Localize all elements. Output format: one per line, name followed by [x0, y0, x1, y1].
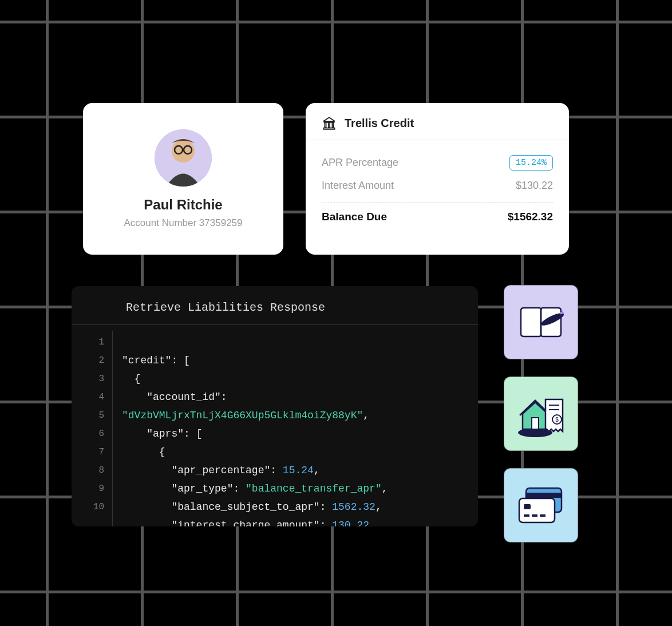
line-number: 9: [72, 480, 104, 498]
svg-rect-15: [526, 493, 562, 498]
svg-rect-20: [540, 514, 545, 517]
credit-header: Trellis Credit: [306, 103, 569, 140]
line-numbers: 1 2 3 4 5 6 7 8 9 10: [72, 331, 113, 526]
line-number: 7: [72, 443, 104, 461]
house-receipt-icon: $: [512, 388, 570, 439]
interest-value: $130.22: [516, 180, 553, 192]
line-number: 2: [72, 351, 104, 370]
code-line: "balance_subject_to_apr": 1562.32,: [122, 501, 382, 513]
interest-row: Interest Amount $130.22: [322, 175, 553, 196]
tile-house-receipt: $: [504, 377, 578, 451]
line-number: 3: [72, 370, 104, 388]
svg-rect-16: [519, 498, 555, 522]
code-line: "apr_type": "balance_transfer_apr",: [122, 483, 388, 494]
line-number: 5: [72, 406, 104, 425]
code-response-card: Retrieve Liabilities Response 1 2 3 4 5 …: [72, 286, 478, 526]
line-number: 6: [72, 425, 104, 443]
line-number: 8: [72, 461, 104, 480]
profile-account: Account Number 37359259: [124, 217, 243, 229]
svg-text:$: $: [555, 417, 559, 423]
account-number: 37359259: [199, 217, 243, 228]
profile-card: Paul Ritchie Account Number 37359259: [83, 103, 283, 255]
svg-rect-18: [524, 514, 529, 517]
interest-label: Interest Amount: [322, 180, 394, 192]
code-line: "credit": [: [122, 355, 190, 366]
bank-icon: [322, 116, 337, 130]
account-label: Account Number: [124, 217, 197, 228]
credit-summary-card: Trellis Credit APR Percentage 15.24% Int…: [306, 103, 569, 255]
code-line: {: [122, 373, 140, 385]
apr-value-badge: 15.24%: [509, 155, 553, 171]
code-line: "dVzbVMLjrxTnLjX4G66XUp5GLklm4oiZy88yK",: [122, 410, 369, 421]
code-title: Retrieve Liabilities Response: [72, 286, 478, 325]
credit-cards-icon: [512, 482, 570, 528]
divider: [322, 202, 553, 203]
svg-rect-17: [524, 504, 531, 509]
tile-notebook: [504, 285, 578, 359]
apr-label: APR Percentage: [322, 157, 398, 169]
apr-row: APR Percentage 15.24%: [322, 150, 553, 175]
code-line: "interest_charge_amount": 130.22: [122, 520, 369, 526]
avatar-placeholder-icon: [155, 129, 212, 187]
balance-row: Balance Due $1562.32: [322, 206, 553, 228]
credit-title: Trellis Credit: [345, 117, 414, 130]
balance-value: $1562.32: [508, 211, 553, 223]
avatar: [155, 129, 212, 187]
profile-name: Paul Ritchie: [144, 197, 222, 213]
svg-rect-9: [532, 418, 539, 429]
line-number: 4: [72, 388, 104, 406]
balance-label: Balance Due: [322, 211, 387, 223]
code-content: "credit": [ { "account_id": "dVzbVMLjrxT…: [113, 331, 388, 526]
code-line: {: [122, 446, 165, 458]
code-line: "apr_percentage": 15.24,: [122, 465, 320, 476]
tile-credit-cards: [504, 468, 578, 542]
notebook-icon: [515, 302, 567, 342]
line-number: 10: [72, 498, 104, 516]
line-number: 1: [72, 333, 104, 351]
code-line: "account_id":: [122, 391, 227, 403]
code-line: "aprs": [: [122, 428, 202, 439]
svg-rect-19: [532, 514, 537, 517]
